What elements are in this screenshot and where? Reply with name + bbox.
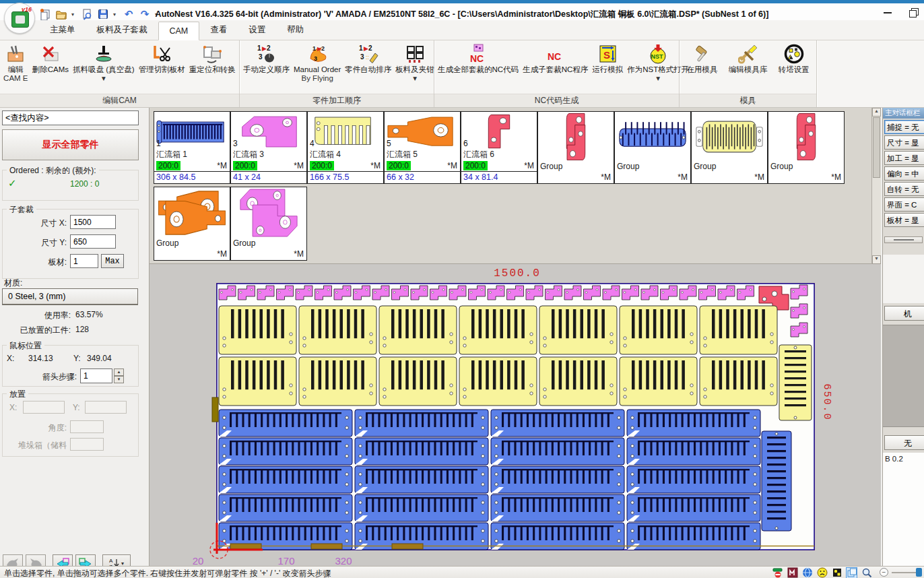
machine-button[interactable]: 机	[884, 306, 924, 321]
part-thumb[interactable]: 6汇流箱 6200:0*M34 x 81.4	[461, 111, 537, 184]
ribbon-button-sheet-clamps[interactable]: 板料及夹钳▾	[393, 42, 436, 84]
search-input[interactable]	[2, 110, 139, 125]
sheets-label: 板材:	[33, 257, 67, 268]
panel-toggle-2[interactable]: 尺寸 = 显	[884, 135, 924, 150]
minimize-button[interactable]	[882, 7, 893, 17]
transfer-icon[interactable]	[772, 567, 783, 578]
svg-text:▶: ▶	[262, 45, 267, 52]
svg-text:170: 170	[277, 555, 294, 566]
panel-toggle-1[interactable]: 捕捉 = 无	[884, 120, 924, 134]
arrow-step-input[interactable]	[80, 368, 112, 383]
ribbon-button-turret[interactable]: 转塔设置	[777, 42, 812, 75]
panel-toggle-5[interactable]: 自转 = 无	[884, 182, 924, 196]
part-thumb[interactable]: 1汇流箱 1200:0*M306 x 84.5	[154, 111, 230, 184]
max-button[interactable]: Max	[101, 254, 124, 268]
ribbon-button-edit-tools[interactable]: 编辑模具库	[727, 42, 770, 75]
mouse-x-label: X:	[7, 354, 14, 363]
group-thumb[interactable]: Group*M	[230, 187, 307, 261]
nesting-canvas[interactable]: 1500.0650.020170320	[150, 264, 881, 566]
size-y-input[interactable]	[70, 234, 116, 249]
part-thumb[interactable]: 5汇流箱 5200:0*M66 x 32	[384, 111, 461, 184]
menu-tab-6[interactable]: 帮助	[276, 20, 315, 40]
palette-vscrollbar[interactable]: ▲ ▼	[871, 108, 881, 264]
group-thumb[interactable]: Group*M	[537, 111, 614, 184]
ribbon-button-order-flying[interactable]: 1▶23Manual OrderBy Flying	[292, 42, 343, 84]
panel-toggle-6[interactable]: 界面 = C	[884, 197, 924, 212]
size-x-input[interactable]	[70, 215, 116, 229]
turret-icon	[783, 43, 805, 65]
ribbon-group-1: 编辑CAM E删除CAMs抓料吸盘 (真空盘)▾管理切割板材重定位和转换编辑CA…	[0, 40, 240, 107]
panel-toggle-3[interactable]: 加工 = 显	[884, 151, 924, 165]
part-name: Group	[156, 238, 178, 248]
group-thumb[interactable]: Group*M	[768, 111, 845, 184]
panel-toggle-4[interactable]: 偏向 = 中	[884, 166, 924, 181]
right-panel-title[interactable]: 主对话框栏	[883, 108, 924, 119]
ribbon-button-delete-cams[interactable]: 删除CAMs	[30, 42, 71, 75]
ribbon-button-simulate[interactable]: S运行模拟	[590, 42, 625, 75]
menu-tab-5[interactable]: 设置	[238, 20, 276, 40]
nc-all-icon: NC	[467, 43, 489, 65]
ribbon-button-suction-cup[interactable]: 抓料吸盘 (真空盘)▾	[71, 42, 136, 84]
ribbon-group-label: 零件加工顺序	[240, 94, 434, 107]
zoom-out-icon[interactable]: −	[880, 568, 888, 577]
svg-text:320: 320	[335, 555, 352, 566]
parts-palette: 1汇流箱 1200:0*M306 x 84.53汇流箱 3200:0*M41 x…	[150, 108, 881, 264]
utilization-label: 使用率:	[20, 310, 71, 321]
show-all-parts-button[interactable]: 显示全部零件	[2, 129, 139, 160]
ribbon-button-manual-order[interactable]: 1▶23手动定义顺序	[241, 42, 292, 75]
menu-tab-1[interactable]: 主菜单	[39, 20, 86, 40]
part-thumb[interactable]: 3汇流箱 3200:0*M41 x 24	[230, 111, 307, 184]
zoom-search-icon[interactable]	[861, 567, 872, 578]
modified-mark: *M	[217, 161, 227, 170]
ribbon-button-reposition[interactable]: 重定位和转换	[187, 42, 238, 75]
app-logo[interactable]: v16	[4, 3, 35, 34]
zoom-slider-thumb[interactable]	[916, 568, 922, 577]
ribbon-button-auto-sort[interactable]: 1▶23::零件自动排序	[343, 42, 393, 75]
group-thumb[interactable]: Group*M	[154, 187, 230, 261]
globe-icon[interactable]	[801, 567, 813, 578]
svg-text:2: 2	[267, 44, 271, 52]
selection-icon[interactable]	[846, 567, 857, 578]
menu-tab-2[interactable]: 板料及子套裁	[86, 20, 158, 40]
machine-icon[interactable]	[787, 567, 798, 578]
group-thumb[interactable]: Group*M	[691, 111, 768, 184]
panel-separator[interactable]	[884, 236, 923, 243]
ribbon-group-label: 编辑CAM	[0, 94, 239, 107]
part-qty-badge: 200:0	[156, 161, 180, 170]
tool-icon[interactable]	[831, 567, 843, 578]
sad-face-icon[interactable]	[816, 567, 828, 578]
ribbon-button-nc-all[interactable]: NC生成全部套裁的NC代码	[436, 42, 521, 75]
modified-mark: *M	[294, 249, 304, 259]
part-preview	[385, 113, 459, 152]
manual-order-icon: 1▶23	[256, 43, 277, 65]
part-name: 汇流箱 1	[156, 149, 187, 160]
menu-tab-3[interactable]: CAM	[158, 22, 200, 40]
group-thumb[interactable]: Group*M	[614, 111, 691, 184]
part-dimensions: 66 x 32	[385, 171, 460, 183]
ribbon-group-4: 在用模具编辑模具库转塔设置模具	[680, 40, 817, 107]
material-button[interactable]: 0 Steel, 3 (mm)	[2, 288, 138, 305]
ribbon-button-cut-sheet[interactable]: 管理切割板材	[137, 42, 187, 75]
panel-toggle-7[interactable]: 板材 = 显	[884, 213, 924, 227]
part-thumb[interactable]: 4汇流箱 4200:0*M166 x 75.5	[307, 111, 384, 184]
svg-text:1: 1	[359, 44, 363, 52]
ribbon-button-edit-cam[interactable]: 编辑CAM E	[1, 42, 30, 84]
zoom-slider-track[interactable]	[892, 572, 919, 573]
place-groupbox: 放置 X: Y: 角度: 堆垛箱（储料	[2, 393, 139, 457]
svg-text:::: ::	[366, 54, 369, 61]
svg-text:3: 3	[360, 53, 364, 61]
menu-tab-4[interactable]: 查看	[199, 20, 238, 40]
ribbon-button-hammer[interactable]: 在用模具	[684, 42, 719, 75]
utilization-value: 63.57%	[75, 310, 103, 319]
mouse-position-title: 鼠标位置	[7, 340, 44, 352]
ribbon-button-nc-sub[interactable]: NC生成子套裁NC程序	[521, 42, 590, 75]
none-button[interactable]: 无	[884, 435, 924, 450]
arrow-step-spinner[interactable]: ▲▼	[114, 368, 124, 383]
svg-text:2: 2	[368, 44, 372, 52]
restore-button[interactable]	[908, 7, 919, 17]
cut-sheet-icon	[151, 43, 172, 65]
palette-scroll-down-icon: ▼	[872, 255, 881, 264]
svg-text:3: 3	[314, 55, 317, 62]
sheets-input[interactable]	[70, 254, 98, 268]
part-qty-badge: 200:0	[310, 161, 334, 170]
